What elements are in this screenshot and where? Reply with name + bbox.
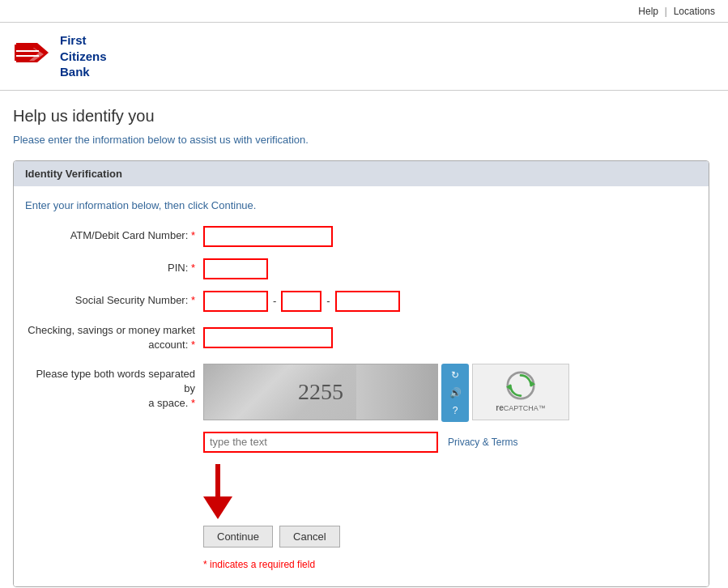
continue-button[interactable]: Continue [203, 526, 273, 548]
bank-name: First Citizens Bank [60, 32, 107, 80]
captcha-help-button[interactable]: ? [445, 403, 466, 419]
atm-input[interactable] [203, 226, 333, 247]
account-row: Checking, savings or money market accoun… [25, 323, 697, 352]
ssn-dash2: - [326, 295, 330, 307]
logo-area: First Citizens Bank [0, 23, 728, 91]
captcha-image: 2255 [203, 364, 438, 420]
pin-input[interactable] [203, 258, 268, 279]
arrow-row [203, 464, 697, 519]
ssn-row: Social Security Number: * - - [25, 291, 697, 312]
captcha-number: 2255 [298, 379, 343, 405]
recaptcha-icon [506, 371, 535, 400]
captcha-audio-button[interactable]: 🔊 [445, 385, 466, 401]
ssn-part2-input[interactable] [281, 291, 321, 312]
identity-verification-box: Identity Verification Enter your informa… [13, 160, 709, 587]
button-row: Continue Cancel [203, 526, 697, 548]
ssn-group: - - [203, 291, 400, 312]
intro-text: Enter your information below, then click… [25, 199, 697, 211]
privacy-terms-link[interactable]: Privacy & Terms [448, 437, 517, 448]
atm-label: ATM/Debit Card Number: * [25, 228, 203, 243]
captcha-refresh-button[interactable]: ↻ [445, 367, 466, 383]
account-input[interactable] [203, 327, 333, 348]
nav-divider: | [665, 5, 667, 17]
required-note: * indicates a required field [203, 559, 697, 570]
captcha-row: Please type both words separated by a sp… [25, 364, 697, 453]
top-nav: Help | Locations [0, 0, 728, 23]
page-subtitle: Please enter the information below to as… [13, 134, 715, 146]
arrow-shaft [215, 464, 220, 496]
locations-link[interactable]: Locations [674, 6, 715, 17]
id-verify-header: Identity Verification [14, 161, 709, 186]
captcha-text-input[interactable] [203, 432, 438, 453]
atm-row: ATM/Debit Card Number: * [25, 226, 697, 247]
ssn-part1-input[interactable] [203, 291, 268, 312]
recaptcha-label: reCAPTCHA™ [496, 403, 545, 412]
pin-row: PIN: * [25, 258, 697, 279]
main-content: Help us identify you Please enter the in… [0, 91, 728, 589]
account-label: Checking, savings or money market accoun… [25, 323, 203, 352]
recaptcha-box: reCAPTCHA™ [472, 364, 569, 420]
page-title: Help us identify you [13, 107, 715, 126]
captcha-icons: ↻ 🔊 ? [441, 364, 469, 422]
ssn-part3-input[interactable] [335, 291, 400, 312]
ssn-dash1: - [273, 295, 276, 307]
bank-logo-icon [13, 36, 52, 75]
arrow-head [203, 496, 232, 519]
cancel-button[interactable]: Cancel [279, 526, 339, 548]
pin-label: PIN: * [25, 261, 203, 275]
captcha-label: Please type both words separated by a sp… [25, 364, 203, 411]
arrow-indicator [203, 464, 232, 519]
captcha-image-row: 2255 ↻ 🔊 ? [203, 364, 569, 422]
id-verify-body: Enter your information below, then click… [14, 186, 709, 586]
captcha-right-section: 2255 ↻ 🔊 ? [203, 364, 569, 453]
ssn-label: Social Security Number: * [25, 293, 203, 308]
help-link[interactable]: Help [638, 6, 658, 17]
captcha-input-row: Privacy & Terms [203, 432, 569, 453]
